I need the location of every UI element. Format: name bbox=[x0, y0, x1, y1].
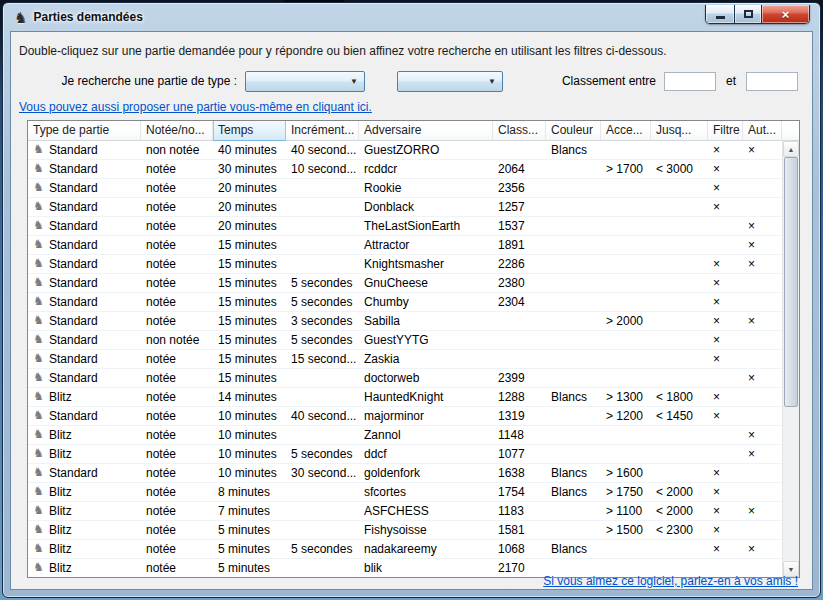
rating-min-input[interactable] bbox=[664, 72, 716, 91]
table-cell: 5 minutes bbox=[213, 521, 286, 539]
table-cell: × bbox=[708, 141, 743, 159]
table-row[interactable]: ♞Standardnotée10 minutes30 second...gold… bbox=[28, 464, 782, 483]
table-row[interactable]: ♞Standardnotée15 minutes5 secondesChumby… bbox=[28, 293, 782, 312]
table-row[interactable]: ♞Blitznotée14 minutesHauntedKnight1288Bl… bbox=[28, 388, 782, 407]
table-cell: notée bbox=[141, 217, 213, 235]
column-header[interactable]: Jusq... bbox=[651, 121, 708, 141]
table-row[interactable]: ♞Standardnon notée15 minutes5 secondesGu… bbox=[28, 331, 782, 350]
table-cell: 15 minutes bbox=[213, 350, 286, 368]
table-cell bbox=[601, 255, 651, 273]
table-cell: goldenfork bbox=[359, 464, 493, 482]
table-cell bbox=[601, 236, 651, 254]
table-cell: > 1500 bbox=[601, 521, 651, 539]
table-row[interactable]: ♞Standardnotée20 minutesTheLastSionEarth… bbox=[28, 217, 782, 236]
column-header[interactable]: Incrément... bbox=[286, 121, 359, 141]
column-header[interactable]: Class... bbox=[493, 121, 546, 141]
table-cell bbox=[651, 312, 708, 330]
chess-piece-icon: ♞ bbox=[33, 388, 47, 404]
table-cell: × bbox=[708, 521, 743, 539]
table-row[interactable]: ♞Blitznotée5 minutesFishysoisse1581> 150… bbox=[28, 521, 782, 540]
table-cell bbox=[743, 388, 782, 406]
column-header[interactable]: Adversaire bbox=[359, 121, 493, 141]
table-row[interactable]: ♞Standardnotée15 minutes5 secondesGnuChe… bbox=[28, 274, 782, 293]
table-cell: ♞Standard bbox=[28, 236, 141, 254]
table-cell: non notée bbox=[141, 331, 213, 349]
table-cell: notée bbox=[141, 312, 213, 330]
table-cell bbox=[651, 445, 708, 463]
table-cell: × bbox=[743, 426, 782, 444]
scroll-thumb[interactable] bbox=[784, 157, 798, 407]
table-cell bbox=[743, 160, 782, 178]
table-row[interactable]: ♞Blitznotée8 minutessfcortes1754Blancs> … bbox=[28, 483, 782, 502]
table-cell bbox=[651, 426, 708, 444]
rating-max-input[interactable] bbox=[746, 72, 798, 91]
table-row[interactable]: ♞Blitznotée5 minutes5 secondesnadakareem… bbox=[28, 540, 782, 559]
table-row[interactable]: ♞Standardnotée30 minutes10 second...rcdd… bbox=[28, 160, 782, 179]
dropdown-arrow-icon: ▼ bbox=[350, 78, 358, 86]
table-cell: 15 minutes bbox=[213, 312, 286, 330]
table-cell bbox=[286, 521, 359, 539]
maximize-icon bbox=[744, 10, 753, 18]
table-cell: Blancs bbox=[546, 464, 601, 482]
table-cell bbox=[286, 369, 359, 387]
table-cell: notée bbox=[141, 502, 213, 520]
game-type-text: Standard bbox=[49, 333, 98, 347]
table-cell bbox=[651, 331, 708, 349]
table-cell: 15 minutes bbox=[213, 274, 286, 292]
table-cell bbox=[546, 198, 601, 216]
table-row[interactable]: ♞Standardnotée15 minutesAttractor1891× bbox=[28, 236, 782, 255]
table-cell: × bbox=[708, 350, 743, 368]
table-row[interactable]: ♞Blitznotée7 minutesASFCHESS1183> 1100< … bbox=[28, 502, 782, 521]
close-button[interactable]: × bbox=[762, 5, 809, 23]
table-row[interactable]: ♞Standardnotée15 minutesKnightsmasher228… bbox=[28, 255, 782, 274]
table-cell: 2064 bbox=[493, 160, 546, 178]
table-row[interactable]: ♞Blitznotée10 minutesZannol1148× bbox=[28, 426, 782, 445]
table-cell: rcddcr bbox=[359, 160, 493, 178]
maximize-button[interactable] bbox=[735, 5, 762, 23]
table-cell: 1754 bbox=[493, 483, 546, 501]
table-cell: 1068 bbox=[493, 540, 546, 558]
column-header[interactable]: Acce... bbox=[601, 121, 651, 141]
column-header[interactable]: Aut... bbox=[743, 121, 782, 141]
table-cell bbox=[651, 141, 708, 159]
table-row[interactable]: ♞Standardnotée20 minutesDonblack1257× bbox=[28, 198, 782, 217]
game-type-text: Blitz bbox=[49, 542, 72, 556]
game-type-text: Standard bbox=[49, 219, 98, 233]
table-row[interactable]: ♞Blitznotée10 minutes5 secondesddcf1077× bbox=[28, 445, 782, 464]
game-type-select[interactable]: ▼ bbox=[245, 71, 365, 92]
table-row[interactable]: ♞Standardnotée15 minutes15 second...Zask… bbox=[28, 350, 782, 369]
table-cell bbox=[651, 236, 708, 254]
table-cell: Blancs bbox=[546, 141, 601, 159]
column-header[interactable]: Filtre bbox=[708, 121, 743, 141]
scroll-up-button[interactable]: ▲ bbox=[783, 141, 799, 157]
table-cell: > 1700 bbox=[601, 160, 651, 178]
scroll-track[interactable] bbox=[783, 157, 799, 561]
vertical-scrollbar[interactable]: ▲ ▼ bbox=[782, 141, 799, 577]
table-row[interactable]: ♞Standardnotée15 minutesdoctorweb2399× bbox=[28, 369, 782, 388]
chess-piece-icon: ♞ bbox=[33, 255, 47, 271]
table-cell: 1148 bbox=[493, 426, 546, 444]
table-row[interactable]: ♞Standardnotée10 minutes40 second...majo… bbox=[28, 407, 782, 426]
dropdown-arrow-icon: ▼ bbox=[488, 78, 496, 86]
table-cell bbox=[708, 217, 743, 235]
game-type-text: Standard bbox=[49, 257, 98, 271]
column-header[interactable]: Couleur bbox=[546, 121, 601, 141]
table-cell: ♞Standard bbox=[28, 141, 141, 159]
share-with-friends-link[interactable]: Si vous aimez ce logiciel, parlez-en à v… bbox=[543, 574, 798, 588]
table-cell: × bbox=[743, 369, 782, 387]
column-header[interactable]: Type de partie bbox=[28, 121, 141, 141]
table-cell: 20 minutes bbox=[213, 217, 286, 235]
propose-game-link[interactable]: Vous pouvez aussi proposer une partie vo… bbox=[19, 100, 372, 114]
instructions-text: Double-cliquez sur une partie demandée p… bbox=[19, 44, 666, 58]
minimize-button[interactable] bbox=[706, 5, 735, 23]
table-cell: Donblack bbox=[359, 198, 493, 216]
table-cell bbox=[743, 407, 782, 425]
table-row[interactable]: ♞Standardnotée20 minutesRookie2356× bbox=[28, 179, 782, 198]
titlebar[interactable]: ♞ Parties demandées × bbox=[10, 3, 813, 31]
game-subtype-select[interactable]: ▼ bbox=[397, 71, 503, 92]
table-row[interactable]: ♞Standardnotée15 minutes3 secondesSabill… bbox=[28, 312, 782, 331]
table-cell: × bbox=[708, 407, 743, 425]
column-header[interactable]: Temps bbox=[213, 121, 286, 141]
table-row[interactable]: ♞Standardnon notée40 minutes40 second...… bbox=[28, 141, 782, 160]
column-header[interactable]: Notée/no... bbox=[141, 121, 213, 141]
